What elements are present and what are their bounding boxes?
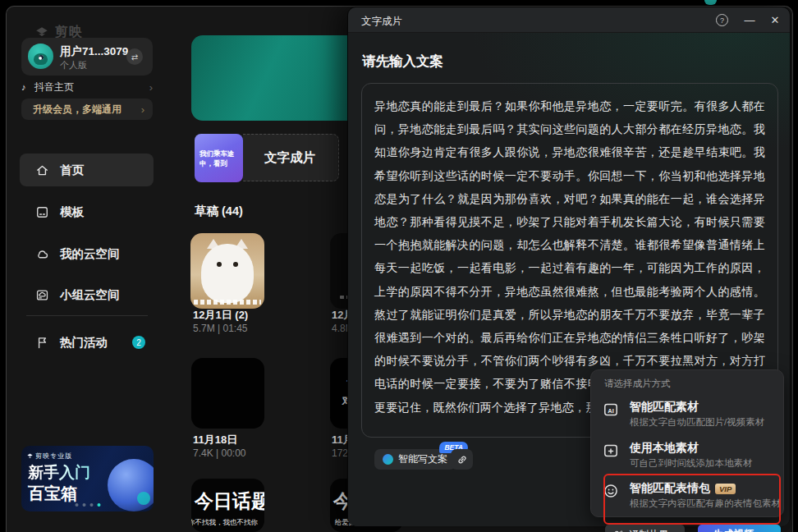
group-cloud-icon	[35, 288, 49, 302]
text-to-video-thumbnail[interactable]: 我们乘车途中，看到	[195, 134, 243, 182]
draft-thumbnail[interactable]	[191, 358, 264, 429]
close-icon[interactable]: ✕	[766, 11, 784, 29]
sidebar-item-label: 首页	[60, 163, 84, 178]
sidebar-divider	[26, 315, 148, 316]
carousel-dots[interactable]	[75, 503, 100, 507]
carousel-dot-active[interactable]	[97, 503, 100, 507]
svg-text:AI: AI	[608, 407, 614, 415]
annotation-highlight-box	[603, 474, 781, 525]
draft-meta: 5.7M | 01:45	[193, 323, 248, 334]
generate-video-button[interactable]: 生成视频	[698, 525, 781, 532]
newbie-toolbox-banner[interactable]: 剪映专业版 新手入门 百宝箱	[21, 446, 154, 511]
voice-select-button[interactable]: 译制片男 ▾	[605, 525, 685, 532]
notification-badge: 2	[132, 336, 145, 349]
chevron-right-icon: ›	[149, 81, 153, 94]
flag-icon	[35, 336, 49, 350]
sidebar-item-templates[interactable]: 模板	[20, 197, 154, 227]
screen: 剪映 用户71...3079 个人版 ⇄ ♪ 抖音主页 › 升级会员，多端通用 …	[0, 0, 798, 532]
avatar	[28, 44, 53, 69]
promo-title-line1: 新手入门	[28, 462, 90, 484]
menu-header: 请选择成片方式	[604, 378, 671, 390]
carousel-dot[interactable]	[89, 503, 93, 507]
screen-notch-indicator	[704, 0, 717, 5]
cat-eye	[233, 262, 238, 267]
sidebar-item-home[interactable]: 首页	[20, 154, 154, 186]
voice-icon	[612, 529, 624, 532]
jianying-pro-logo-icon	[27, 453, 33, 459]
menu-item-desc: 可自己到时间线添加本地素材	[630, 457, 753, 470]
douyin-label: 抖音主页	[34, 80, 149, 94]
cat-body	[201, 244, 255, 303]
dialog-body: 请先输入文案 异地恋真的能走到最后？如果你和他是异地恋，一定要听完。有很多人都在…	[348, 33, 790, 526]
smart-write-button[interactable]: 智能写文案 BETA	[374, 449, 456, 470]
generate-label: 生成视频	[713, 528, 754, 532]
ai-sphere-icon	[383, 454, 393, 465]
sidebar-item-my-cloud[interactable]: 我的云空间	[20, 239, 154, 268]
menu-item-smart-match[interactable]: AI 智能匹配素材 根据文字自动匹配图片/视频素材	[591, 400, 783, 438]
carousel-dot[interactable]	[75, 503, 78, 507]
link-import-button[interactable]	[451, 449, 473, 470]
promo-title-line2: 百宝箱	[28, 483, 77, 505]
tool-card-label: 文字成片	[264, 149, 315, 167]
menu-item-title: 智能匹配素材	[630, 400, 699, 415]
upgrade-label: 升级会员，多端通用	[33, 103, 141, 117]
chevron-right-icon: ›	[141, 103, 144, 116]
add-material-icon	[603, 443, 619, 459]
drafts-heading: 草稿 (44)	[195, 204, 243, 219]
cloud-icon	[35, 247, 49, 261]
promo-brand: 剪映专业版	[27, 452, 72, 461]
dialog-heading: 请先输入文案	[362, 53, 443, 71]
draft-thumbnail[interactable]: 今日话题 你不找我，我也不找你	[191, 479, 264, 532]
draft-thumbnail[interactable]	[190, 233, 264, 309]
draft-meta: 7.4K | 00:00	[193, 447, 246, 459]
thumbnail-title: 今日话题	[195, 488, 264, 514]
draft-title: 11月18日	[193, 433, 237, 447]
template-icon	[35, 205, 49, 219]
sidebar-item-label: 热门活动	[60, 335, 108, 351]
sidebar-item-label: 我的云空间	[60, 246, 120, 262]
sidebar-item-label: 模板	[60, 204, 84, 220]
dialog-header: 文字成片 ? — ✕	[348, 7, 790, 33]
smart-write-label: 智能写文案	[398, 452, 447, 466]
upgrade-membership-button[interactable]: 升级会员，多端通用 ›	[21, 99, 153, 120]
thumbnail-caption-blur	[194, 300, 261, 305]
swap-icon: ⇄	[131, 53, 138, 62]
carousel-dot[interactable]	[82, 503, 85, 507]
link-icon	[456, 454, 468, 466]
home-icon	[35, 163, 49, 177]
sidebar-item-label: 小组云空间	[60, 287, 120, 303]
tool-tile-text: 我们乘车途中，看到	[200, 149, 235, 167]
thumbnail-subtitle: 你不找我，我也不找你	[191, 518, 258, 528]
douyin-note-icon: ♪	[21, 82, 34, 92]
minimize-icon[interactable]: —	[741, 11, 759, 29]
help-icon[interactable]: ?	[716, 14, 728, 26]
user-name: 用户71...3079	[60, 44, 128, 59]
text-to-video-card[interactable]: 文字成片	[243, 134, 339, 181]
text-to-video-dialog: 文字成片 ? — ✕ 请先输入文案 异地恋真的能走到最后？如果你和他是异地恋，一…	[347, 7, 791, 525]
user-plan: 个人版	[60, 59, 87, 71]
switch-account-button[interactable]: ⇄	[126, 48, 143, 65]
voice-label: 译制片男	[629, 528, 668, 532]
menu-item-desc: 根据文字自动匹配图片/视频素材	[630, 416, 764, 429]
douyin-homepage-link[interactable]: ♪ 抖音主页 ›	[21, 80, 153, 94]
dialog-title: 文字成片	[361, 15, 402, 29]
avatar-eye	[39, 55, 44, 60]
sidebar-item-hot-activities[interactable]: 热门活动 2	[20, 328, 154, 357]
ai-material-icon: AI	[603, 401, 619, 418]
draft-title: 12月1日 (2)	[193, 308, 248, 323]
menu-item-title: 使用本地素材	[630, 441, 699, 456]
sidebar-item-group-cloud[interactable]: 小组云空间	[20, 280, 154, 310]
feature-banner[interactable]	[191, 35, 360, 121]
user-card[interactable]: 用户71...3079 个人版 ⇄	[21, 38, 153, 76]
